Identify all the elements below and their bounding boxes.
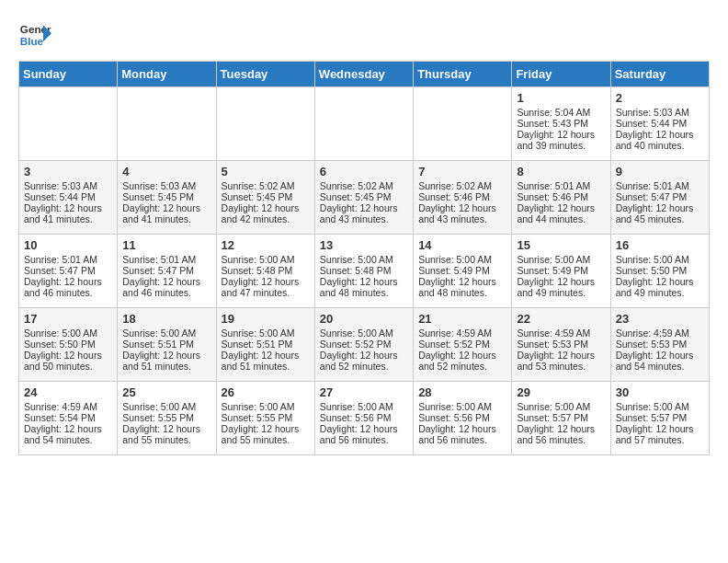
day-number: 11 — [122, 238, 210, 252]
daylight-text: Daylight: 12 hours and 43 minutes. — [418, 202, 496, 224]
daylight-text: Daylight: 12 hours and 52 minutes. — [418, 350, 496, 372]
day-cell: 19Sunrise: 5:00 AMSunset: 5:51 PMDayligh… — [216, 308, 314, 382]
sunset-text: Sunset: 5:49 PM — [418, 265, 490, 276]
day-cell: 28Sunrise: 5:00 AMSunset: 5:56 PMDayligh… — [414, 382, 512, 455]
day-cell: 16Sunrise: 5:00 AMSunset: 5:50 PMDayligh… — [610, 235, 709, 308]
sunrise-text: Sunrise: 5:00 AM — [24, 327, 97, 339]
sunrise-text: Sunrise: 5:00 AM — [616, 401, 689, 412]
day-cell: 22Sunrise: 4:59 AMSunset: 5:53 PMDayligh… — [512, 308, 610, 382]
sunset-text: Sunset: 5:46 PM — [517, 191, 588, 202]
sunset-text: Sunset: 5:52 PM — [320, 339, 392, 350]
sunset-text: Sunset: 5:55 PM — [122, 412, 194, 423]
daylight-text: Daylight: 12 hours and 46 minutes. — [122, 276, 200, 298]
day-cell: 9Sunrise: 5:01 AMSunset: 5:47 PMDaylight… — [610, 161, 709, 235]
daylight-text: Daylight: 12 hours and 47 minutes. — [222, 276, 300, 298]
day-number: 15 — [517, 238, 605, 252]
sunrise-text: Sunrise: 5:02 AM — [418, 180, 492, 191]
sunrise-text: Sunrise: 5:04 AM — [517, 107, 590, 118]
sunset-text: Sunset: 5:47 PM — [24, 265, 96, 276]
sunrise-text: Sunrise: 5:01 AM — [24, 254, 97, 265]
day-cell: 11Sunrise: 5:01 AMSunset: 5:47 PMDayligh… — [118, 235, 216, 308]
day-cell: 30Sunrise: 5:00 AMSunset: 5:57 PMDayligh… — [610, 382, 709, 455]
daylight-text: Daylight: 12 hours and 40 minutes. — [616, 129, 694, 151]
day-number: 29 — [517, 385, 605, 399]
day-number: 23 — [616, 312, 704, 326]
sunrise-text: Sunrise: 5:00 AM — [320, 254, 393, 265]
daylight-text: Daylight: 12 hours and 48 minutes. — [418, 276, 496, 298]
day-number: 5 — [222, 165, 310, 178]
daylight-text: Daylight: 12 hours and 41 minutes. — [122, 202, 200, 224]
sunset-text: Sunset: 5:57 PM — [616, 412, 688, 423]
week-row-1: 1Sunrise: 5:04 AMSunset: 5:43 PMDaylight… — [19, 87, 710, 161]
day-cell: 14Sunrise: 5:00 AMSunset: 5:49 PMDayligh… — [414, 235, 512, 308]
daylight-text: Daylight: 12 hours and 51 minutes. — [122, 350, 200, 372]
sunrise-text: Sunrise: 5:03 AM — [616, 107, 689, 118]
day-number: 7 — [418, 165, 506, 178]
day-number: 9 — [616, 165, 704, 178]
sunset-text: Sunset: 5:56 PM — [320, 412, 392, 423]
day-cell — [118, 87, 216, 161]
day-cell: 2Sunrise: 5:03 AMSunset: 5:44 PMDaylight… — [610, 87, 709, 161]
day-cell: 13Sunrise: 5:00 AMSunset: 5:48 PMDayligh… — [314, 235, 413, 308]
sunset-text: Sunset: 5:44 PM — [616, 118, 688, 129]
day-cell: 29Sunrise: 5:00 AMSunset: 5:57 PMDayligh… — [512, 382, 610, 455]
day-header-monday: Monday — [118, 62, 216, 87]
daylight-text: Daylight: 12 hours and 46 minutes. — [24, 276, 102, 298]
day-header-wednesday: Wednesday — [314, 62, 413, 87]
day-cell: 23Sunrise: 4:59 AMSunset: 5:53 PMDayligh… — [610, 308, 709, 382]
day-number: 4 — [122, 165, 210, 178]
sunrise-text: Sunrise: 5:00 AM — [616, 254, 689, 265]
daylight-text: Daylight: 12 hours and 44 minutes. — [517, 202, 595, 224]
sunset-text: Sunset: 5:55 PM — [222, 412, 293, 423]
sunrise-text: Sunrise: 5:01 AM — [616, 180, 689, 191]
sunrise-text: Sunrise: 4:59 AM — [24, 401, 97, 412]
calendar-table: SundayMondayTuesdayWednesdayThursdayFrid… — [18, 61, 710, 455]
sunrise-text: Sunrise: 5:00 AM — [418, 254, 492, 265]
day-number: 10 — [24, 238, 112, 252]
day-cell: 21Sunrise: 4:59 AMSunset: 5:52 PMDayligh… — [414, 308, 512, 382]
sunset-text: Sunset: 5:53 PM — [616, 339, 688, 350]
week-row-4: 17Sunrise: 5:00 AMSunset: 5:50 PMDayligh… — [19, 308, 710, 382]
sunrise-text: Sunrise: 5:00 AM — [517, 401, 590, 412]
day-number: 2 — [616, 91, 704, 105]
sunrise-text: Sunrise: 5:03 AM — [24, 180, 97, 191]
daylight-text: Daylight: 12 hours and 57 minutes. — [616, 423, 694, 445]
week-row-3: 10Sunrise: 5:01 AMSunset: 5:47 PMDayligh… — [19, 235, 710, 308]
daylight-text: Daylight: 12 hours and 49 minutes. — [616, 276, 694, 298]
day-header-sunday: Sunday — [19, 62, 118, 87]
day-number: 13 — [320, 238, 408, 252]
day-number: 16 — [616, 238, 704, 252]
daylight-text: Daylight: 12 hours and 55 minutes. — [122, 423, 200, 445]
day-cell — [414, 87, 512, 161]
sunrise-text: Sunrise: 5:00 AM — [222, 254, 295, 265]
sunset-text: Sunset: 5:45 PM — [320, 191, 392, 202]
sunrise-text: Sunrise: 5:02 AM — [222, 180, 295, 191]
day-number: 3 — [24, 165, 112, 178]
sunset-text: Sunset: 5:53 PM — [517, 339, 588, 350]
day-cell: 1Sunrise: 5:04 AMSunset: 5:43 PMDaylight… — [512, 87, 610, 161]
daylight-text: Daylight: 12 hours and 39 minutes. — [517, 129, 595, 151]
daylight-text: Daylight: 12 hours and 53 minutes. — [517, 350, 595, 372]
sunset-text: Sunset: 5:47 PM — [122, 265, 194, 276]
sunset-text: Sunset: 5:54 PM — [24, 412, 96, 423]
sunset-text: Sunset: 5:43 PM — [517, 118, 588, 129]
day-number: 26 — [222, 385, 310, 399]
day-cell: 24Sunrise: 4:59 AMSunset: 5:54 PMDayligh… — [19, 382, 118, 455]
sunset-text: Sunset: 5:46 PM — [418, 191, 490, 202]
day-cell: 15Sunrise: 5:00 AMSunset: 5:49 PMDayligh… — [512, 235, 610, 308]
day-header-friday: Friday — [512, 62, 610, 87]
day-cell — [314, 87, 413, 161]
day-cell: 6Sunrise: 5:02 AMSunset: 5:45 PMDaylight… — [314, 161, 413, 235]
daylight-text: Daylight: 12 hours and 43 minutes. — [320, 202, 398, 224]
day-number: 12 — [222, 238, 310, 252]
daylight-text: Daylight: 12 hours and 51 minutes. — [222, 350, 300, 372]
day-cell: 26Sunrise: 5:00 AMSunset: 5:55 PMDayligh… — [216, 382, 314, 455]
day-header-saturday: Saturday — [610, 62, 709, 87]
sunset-text: Sunset: 5:50 PM — [616, 265, 688, 276]
day-cell: 27Sunrise: 5:00 AMSunset: 5:56 PMDayligh… — [314, 382, 413, 455]
day-cell: 25Sunrise: 5:00 AMSunset: 5:55 PMDayligh… — [118, 382, 216, 455]
day-header-tuesday: Tuesday — [216, 62, 314, 87]
day-number: 20 — [320, 312, 408, 326]
logo-icon: General Blue — [18, 18, 51, 52]
week-row-2: 3Sunrise: 5:03 AMSunset: 5:44 PMDaylight… — [19, 161, 710, 235]
